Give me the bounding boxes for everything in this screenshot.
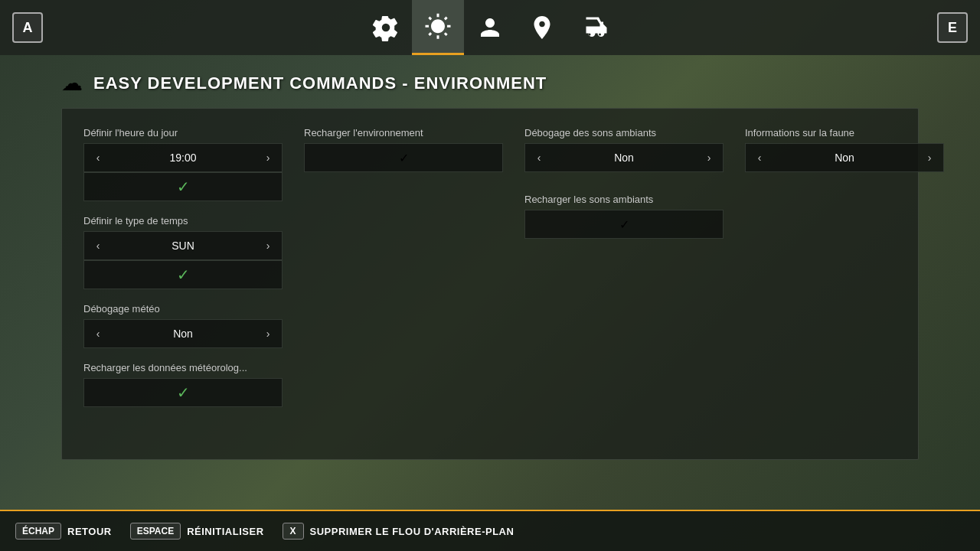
- x-key: X: [283, 523, 304, 540]
- weather-type-group: Définir le type de temps ‹ SUN › ✓: [83, 215, 283, 289]
- debug-weather-value: Non: [112, 328, 254, 340]
- reload-weather-group: Recharger les données météorolog... ✓: [83, 362, 283, 407]
- checkmark-icon: ✓: [399, 151, 409, 165]
- panel: Définir l'heure du jour ‹ 19:00 › ✓ Défi…: [61, 108, 919, 460]
- gear-icon: [372, 14, 400, 41]
- reload-weather-apply[interactable]: ✓: [83, 378, 283, 407]
- debug-ambient-label: Débogage des sons ambiants: [524, 127, 724, 139]
- debug-ambient-prev[interactable]: ‹: [525, 143, 553, 172]
- weather-type-apply[interactable]: ✓: [83, 260, 283, 289]
- time-of-day-group: Définir l'heure du jour ‹ 19:00 › ✓: [83, 127, 283, 201]
- nav-center: [360, 0, 620, 55]
- checkmark-icon: ✓: [177, 383, 190, 402]
- page-title-row: ☁ EASY DEVELOPMENT COMMANDS - ENVIRONMEN…: [61, 70, 919, 96]
- main-content: ☁ EASY DEVELOPMENT COMMANDS - ENVIRONMEN…: [0, 55, 980, 475]
- reload-env-group: Recharger l'environnement ✓: [304, 127, 503, 172]
- time-of-day-apply[interactable]: ✓: [83, 172, 283, 201]
- checkmark-icon: ✓: [177, 178, 190, 196]
- col-3: Débogage des sons ambiants ‹ Non › Recha…: [524, 127, 724, 421]
- tab-vehicle[interactable]: [568, 0, 620, 55]
- weather-type-value: SUN: [112, 240, 254, 252]
- time-of-day-value: 19:00: [112, 152, 254, 164]
- right-key-badge[interactable]: E: [937, 12, 968, 43]
- checkmark-icon: ✓: [619, 217, 629, 232]
- fauna-info-prev[interactable]: ‹: [746, 143, 773, 172]
- debug-ambient-selector: ‹ Non ›: [524, 143, 724, 172]
- nav-right: E: [937, 12, 968, 43]
- debug-weather-group: Débogage météo ‹ Non ›: [83, 303, 283, 348]
- debug-weather-next[interactable]: ›: [254, 319, 282, 348]
- col-2: Recharger l'environnement ✓: [304, 127, 503, 421]
- debug-ambient-next[interactable]: ›: [695, 143, 723, 172]
- tab-settings[interactable]: [360, 0, 412, 55]
- reload-ambient-group: Recharger les sons ambiants ✓: [524, 194, 724, 239]
- panel-grid: Définir l'heure du jour ‹ 19:00 › ✓ Défi…: [83, 127, 897, 421]
- action-back: ÉCHAP RETOUR: [15, 523, 112, 540]
- blur-label: SUPPRIMER LE FLOU D'ARRIÈRE-PLAN: [310, 526, 514, 537]
- weather-icon: [424, 13, 452, 41]
- tractor-icon: [580, 14, 608, 41]
- tab-environment[interactable]: [412, 0, 464, 55]
- debug-weather-label: Débogage météo: [83, 303, 283, 315]
- space-key: ESPACE: [130, 523, 181, 540]
- reload-weather-label: Recharger les données météorolog...: [83, 362, 283, 373]
- checkmark-icon: ✓: [177, 266, 190, 284]
- reload-env-label: Recharger l'environnement: [304, 127, 503, 139]
- fauna-info-label: Informations sur la faune: [745, 127, 944, 139]
- fauna-info-next[interactable]: ›: [916, 143, 943, 172]
- back-label: RETOUR: [67, 526, 112, 537]
- time-of-day-prev[interactable]: ‹: [84, 143, 112, 172]
- tab-player[interactable]: [464, 0, 516, 55]
- time-of-day-next[interactable]: ›: [254, 143, 282, 172]
- map-icon: [528, 14, 556, 41]
- left-key-badge[interactable]: A: [12, 12, 43, 43]
- time-of-day-label: Définir l'heure du jour: [83, 127, 283, 139]
- action-blur: X SUPPRIMER LE FLOU D'ARRIÈRE-PLAN: [283, 523, 514, 540]
- action-reset: ESPACE RÉINITIALISER: [130, 523, 264, 540]
- reset-label: RÉINITIALISER: [187, 526, 263, 537]
- debug-weather-prev[interactable]: ‹: [84, 319, 112, 348]
- debug-weather-selector: ‹ Non ›: [83, 319, 283, 348]
- fauna-info-value: Non: [773, 152, 916, 164]
- tab-map[interactable]: [516, 0, 568, 55]
- weather-type-selector: ‹ SUN ›: [83, 231, 283, 260]
- col-1: Définir l'heure du jour ‹ 19:00 › ✓ Défi…: [83, 127, 283, 421]
- fauna-info-selector: ‹ Non ›: [745, 143, 944, 172]
- top-nav: A: [0, 0, 980, 55]
- player-icon: [476, 14, 504, 41]
- col-4: Informations sur la faune ‹ Non ›: [745, 127, 944, 421]
- page-title: EASY DEVELOPMENT COMMANDS - ENVIRONMENT: [93, 73, 547, 93]
- nav-left: A: [12, 12, 43, 43]
- bottom-bar: ÉCHAP RETOUR ESPACE RÉINITIALISER X SUPP…: [0, 510, 980, 551]
- fauna-info-group: Informations sur la faune ‹ Non ›: [745, 127, 944, 172]
- reload-ambient-btn[interactable]: ✓: [524, 210, 724, 239]
- echap-key: ÉCHAP: [15, 523, 61, 540]
- weather-type-next[interactable]: ›: [254, 231, 282, 260]
- page-title-icon: ☁: [61, 70, 83, 96]
- time-of-day-selector: ‹ 19:00 ›: [83, 143, 283, 172]
- debug-ambient-value: Non: [553, 152, 695, 164]
- reload-ambient-label: Recharger les sons ambiants: [524, 194, 724, 205]
- weather-type-label: Définir le type de temps: [83, 215, 283, 227]
- weather-type-prev[interactable]: ‹: [84, 231, 112, 260]
- reload-env-btn[interactable]: ✓: [304, 143, 503, 172]
- debug-ambient-group: Débogage des sons ambiants ‹ Non ›: [524, 127, 724, 172]
